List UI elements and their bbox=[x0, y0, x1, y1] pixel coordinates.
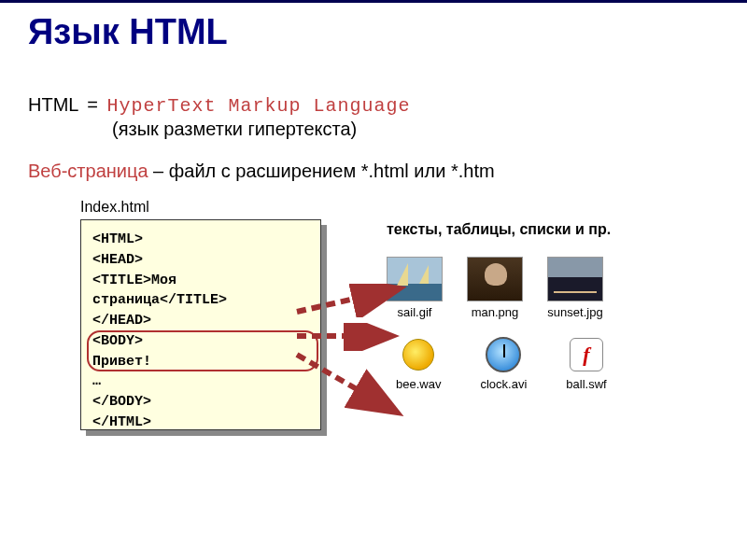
page-title: Язык HTML bbox=[28, 12, 719, 52]
html-expansion: HyperText Markup Language bbox=[107, 95, 411, 117]
title-bar: Язык HTML bbox=[0, 0, 747, 57]
webpage-desc: – файл с расширением *.html или *.htm bbox=[148, 161, 495, 181]
man-thumbnail bbox=[467, 257, 523, 301]
definition-translation: (язык разметки гипертекста) bbox=[28, 119, 719, 140]
sunset-thumbnail bbox=[547, 257, 603, 301]
arrow-to-caption bbox=[295, 284, 407, 317]
code-line: <TITLE>Моя страница</TITLE> bbox=[92, 271, 309, 312]
file-label: sunset.jpg bbox=[547, 305, 602, 319]
code-line: </HTML> bbox=[92, 413, 309, 433]
svg-line-2 bbox=[297, 355, 394, 411]
file-label: man.png bbox=[472, 305, 519, 319]
file-ball: f ball.swf bbox=[566, 336, 606, 391]
webpage-term: Веб-страница bbox=[28, 161, 148, 181]
file-man: man.png bbox=[467, 257, 523, 319]
list-caption: тексты, таблицы, списки и пр. bbox=[387, 221, 719, 238]
file-sunset: sunset.jpg bbox=[547, 257, 603, 319]
arrow-to-media bbox=[295, 349, 407, 424]
media-files-row: bee.wav clock.avi f ball.swf bbox=[396, 336, 719, 391]
code-line: </HEAD> bbox=[92, 311, 309, 331]
code-box: <HTML> <HEAD> <TITLE>Моя страница</TITLE… bbox=[80, 219, 321, 430]
code-line: <BODY> bbox=[92, 331, 309, 352]
code-line: <HTML> bbox=[92, 230, 309, 250]
clock-icon bbox=[485, 336, 522, 373]
code-line: … bbox=[92, 371, 309, 392]
code-block: <HTML> <HEAD> <TITLE>Моя страница</TITLE… bbox=[80, 219, 321, 430]
svg-line-0 bbox=[297, 289, 396, 312]
code-line: <HEAD> bbox=[92, 250, 309, 271]
image-files-row: sail.gif man.png sunset.jpg bbox=[387, 257, 719, 319]
code-filename: Index.html bbox=[80, 199, 719, 216]
file-label: ball.swf bbox=[566, 377, 606, 391]
webpage-definition: Веб-страница – файл с расширением *.html… bbox=[28, 161, 719, 182]
arrow-to-images bbox=[295, 323, 400, 351]
file-label: clock.avi bbox=[480, 377, 527, 391]
definition-line: HTML = HyperText Markup Language bbox=[28, 94, 719, 117]
html-abbr: HTML bbox=[28, 94, 78, 115]
equals-sign: = bbox=[87, 94, 98, 115]
swf-icon: f bbox=[568, 336, 605, 373]
file-clock: clock.avi bbox=[480, 336, 527, 391]
code-line: Привет! bbox=[92, 352, 309, 372]
code-line: </BODY> bbox=[92, 392, 309, 413]
